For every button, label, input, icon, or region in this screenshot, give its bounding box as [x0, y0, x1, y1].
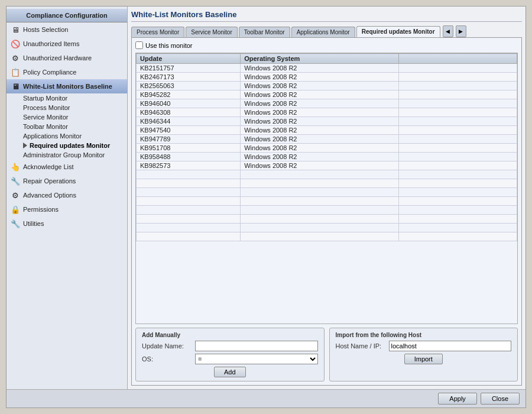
os-cell: Windows 2008 R2 — [241, 135, 399, 144]
add-button[interactable]: Add — [214, 367, 246, 377]
extra-cell — [399, 108, 517, 117]
right-panel: White-List Monitors Baseline Process Mon… — [128, 7, 525, 389]
extra-cell — [399, 90, 517, 99]
table-row[interactable]: KB2565063Windows 2008 R2 — [137, 82, 517, 90]
empty-cell — [399, 170, 517, 179]
empty-cell — [137, 179, 241, 188]
table-row[interactable]: KB946344Windows 2008 R2 — [137, 117, 517, 126]
sidebar-sub-admin-group-monitor[interactable]: Administrator Group Monitor — [7, 150, 127, 160]
empty-cell — [241, 188, 399, 197]
sidebar-sub-service-monitor[interactable]: Service Monitor — [7, 112, 127, 122]
table-row[interactable]: KB946040Windows 2008 R2 — [137, 99, 517, 108]
sidebar-item-whitelist-monitors[interactable]: 🖥 White-List Monitors Baseline — [7, 79, 127, 93]
sidebar-sub-startup-monitor[interactable]: Startup Monitor — [7, 93, 127, 103]
inner-container: Compliance Configuration 🖥 Hosts Selecti… — [6, 6, 526, 408]
acknowledge-icon: 👆 — [10, 161, 21, 172]
apply-button[interactable]: Apply — [438, 393, 477, 405]
sidebar-sub-toolbar-monitor[interactable]: Toolbar Monitor — [7, 122, 127, 131]
update-cell: KB946344 — [137, 117, 241, 126]
update-name-input[interactable] — [195, 341, 318, 351]
sidebar-sub-applications-monitor[interactable]: Applications Monitor — [7, 131, 127, 141]
arrow-icon — [23, 143, 27, 148]
add-manually-legend: Add Manually — [142, 332, 318, 338]
tab-applications-monitor[interactable]: Applications Monitor — [291, 27, 355, 37]
use-this-monitor-checkbox[interactable] — [135, 41, 143, 49]
hosts-icon: 🖥 — [10, 24, 21, 35]
sidebar-item-unauthorized-items[interactable]: 🚫 Unauthorized Items — [7, 37, 127, 51]
sidebar-item-acknowledge-list[interactable]: 👆 Acknowledge List — [7, 160, 127, 174]
update-cell: KB951708 — [137, 144, 241, 153]
empty-cell — [137, 224, 241, 232]
tab-nav-left[interactable]: ◀ — [443, 25, 453, 37]
os-cell: Windows 2008 R2 — [241, 117, 399, 126]
table-row[interactable]: KB947540Windows 2008 R2 — [137, 126, 517, 135]
sidebar-title: Compliance Configuration — [7, 9, 127, 22]
updates-table-wrapper: Update Operating System KB2151757Windows… — [135, 53, 518, 324]
os-select[interactable]: = Windows XP Windows 7 Windows 2008 R2 W… — [195, 354, 318, 364]
tab-service-monitor[interactable]: Service Monitor — [186, 27, 237, 37]
permissions-icon: 🔒 — [10, 204, 21, 215]
unauthorized-hardware-icon: ⚙ — [10, 53, 21, 63]
sidebar-item-hosts-selection[interactable]: 🖥 Hosts Selection — [7, 22, 127, 37]
sidebar-item-permissions[interactable]: 🔒 Permissions — [7, 202, 127, 216]
empty-table-row — [137, 170, 517, 179]
tabs-bar: Process Monitor Service Monitor Toolbar … — [131, 25, 522, 37]
host-row: Host Name / IP: localhost — [336, 341, 512, 351]
table-row[interactable]: KB2151757Windows 2008 R2 — [137, 64, 517, 73]
sidebar-label-unauthorized-hardware: Unauthorized Hardware — [23, 54, 92, 62]
table-row[interactable]: KB2467173Windows 2008 R2 — [137, 73, 517, 82]
sidebar-item-repair-operations[interactable]: 🔧 Repair Operations — [7, 174, 127, 188]
empty-table-row — [137, 197, 517, 206]
whitelist-icon: 🖥 — [10, 81, 21, 92]
empty-cell — [399, 179, 517, 188]
os-cell: Windows 2008 R2 — [241, 90, 399, 99]
use-this-monitor-row: Use this monitor — [135, 41, 518, 49]
empty-cell — [241, 179, 399, 188]
sidebar-item-policy-compliance[interactable]: 📋 Policy Compliance — [7, 65, 127, 79]
empty-table-row — [137, 224, 517, 232]
update-cell: KB947789 — [137, 135, 241, 144]
empty-cell — [241, 197, 399, 206]
sidebar-sub-required-updates[interactable]: Required updates Monitor — [7, 141, 127, 150]
sidebar-item-unauthorized-hardware[interactable]: ⚙ Unauthorized Hardware — [7, 51, 127, 65]
table-row[interactable]: KB947789Windows 2008 R2 — [137, 135, 517, 144]
import-button[interactable]: Import — [404, 354, 443, 364]
tab-required-updates-monitor[interactable]: Required updates Monitor — [356, 26, 440, 37]
sidebar-label-whitelist: White-List Monitors Baseline — [23, 83, 112, 90]
empty-cell — [399, 188, 517, 197]
empty-cell — [241, 232, 399, 241]
table-row[interactable]: KB982573Windows 2008 R2 — [137, 161, 517, 170]
extra-cell — [399, 73, 517, 82]
import-box: Import from the following Host Host Name… — [329, 328, 518, 381]
extra-cell — [399, 126, 517, 135]
col-extra — [399, 54, 517, 64]
close-button[interactable]: Close — [481, 393, 520, 405]
sidebar-item-utilities[interactable]: 🔧 Utilities — [7, 216, 127, 231]
extra-cell — [399, 144, 517, 153]
empty-cell — [399, 206, 517, 215]
bottom-section: Add Manually Update Name: OS: = Windows … — [135, 328, 518, 381]
sidebar-label-advanced: Advanced Options — [23, 192, 76, 199]
tab-content: Use this monitor Update Operating System — [131, 37, 522, 386]
table-row[interactable]: KB958488Windows 2008 R2 — [137, 153, 517, 161]
empty-cell — [137, 215, 241, 224]
update-cell: KB945282 — [137, 90, 241, 99]
empty-table-row — [137, 188, 517, 197]
table-row[interactable]: KB946308Windows 2008 R2 — [137, 108, 517, 117]
tab-nav-right[interactable]: ▶ — [456, 25, 466, 37]
outer-window: Compliance Configuration 🖥 Hosts Selecti… — [0, 0, 532, 414]
host-input[interactable]: localhost — [389, 341, 512, 351]
tab-toolbar-monitor[interactable]: Toolbar Monitor — [239, 27, 290, 37]
empty-cell — [241, 206, 399, 215]
extra-cell — [399, 117, 517, 126]
use-this-monitor-label: Use this monitor — [145, 42, 192, 49]
update-cell: KB958488 — [137, 153, 241, 161]
table-row[interactable]: KB951708Windows 2008 R2 — [137, 144, 517, 153]
sidebar-item-advanced-options[interactable]: ⚙ Advanced Options — [7, 188, 127, 202]
sidebar-sub-process-monitor[interactable]: Process Monitor — [7, 103, 127, 112]
table-row[interactable]: KB945282Windows 2008 R2 — [137, 90, 517, 99]
tab-process-monitor[interactable]: Process Monitor — [131, 27, 184, 37]
main-content: Compliance Configuration 🖥 Hosts Selecti… — [7, 7, 525, 389]
sidebar-label-acknowledge: Acknowledge List — [23, 163, 74, 170]
empty-cell — [137, 170, 241, 179]
